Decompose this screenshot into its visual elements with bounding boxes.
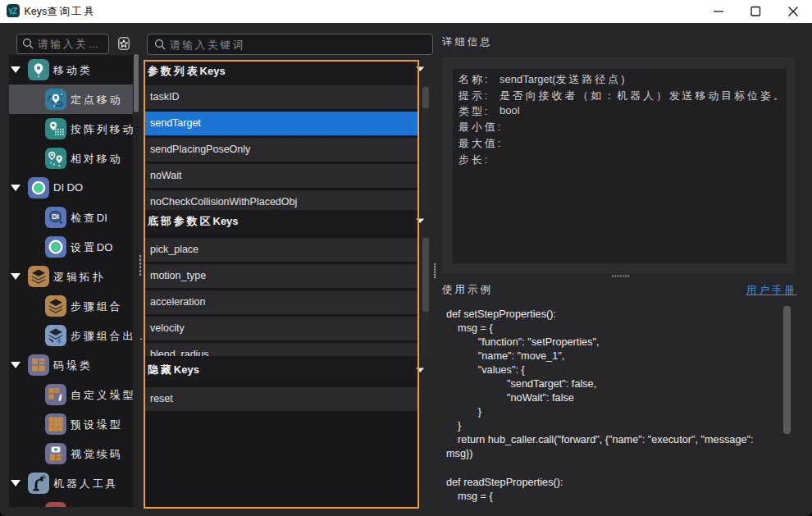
svg-text:DI: DI bbox=[52, 212, 59, 221]
